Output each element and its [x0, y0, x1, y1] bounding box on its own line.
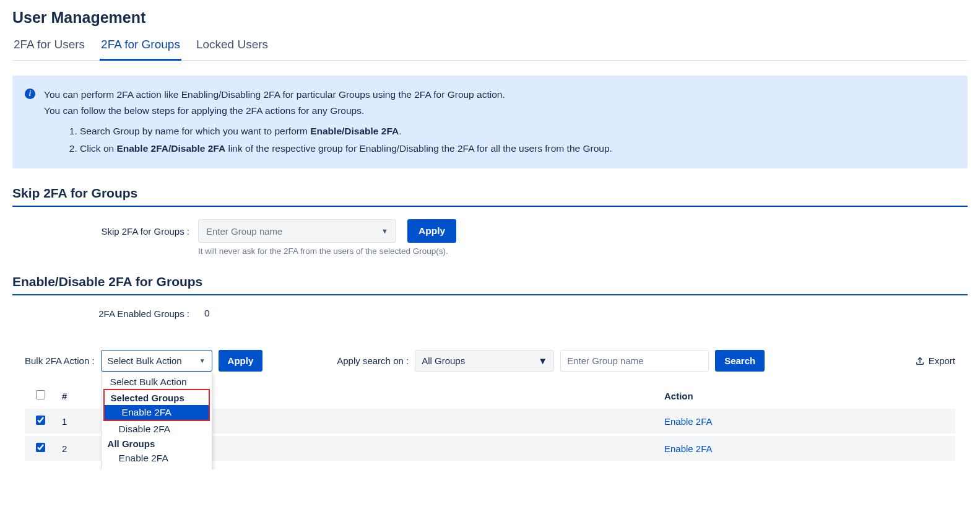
bulk-option-disable-all[interactable]: Disable 2FA — [102, 466, 212, 469]
search-on-select[interactable]: All Groups▼ — [415, 350, 554, 372]
tab-locked-users[interactable]: Locked Users — [195, 34, 269, 60]
info-step2: Click on Enable 2FA/Disable 2FA link of … — [80, 141, 612, 157]
tabs: 2FA for Users 2FA for Groups Locked User… — [12, 34, 968, 61]
skip-help-text: It will never ask for the 2FA from the u… — [12, 246, 968, 256]
search-on-label: Apply search on : — [337, 355, 409, 366]
bulk-option-default[interactable]: Select Bulk Action — [102, 375, 212, 390]
highlight-box: Selected Groups Enable 2FA — [103, 389, 210, 421]
info-line2: You can follow the below steps for apply… — [44, 103, 612, 119]
section-enable-heading: Enable/Disable 2FA for Groups — [12, 274, 968, 295]
bulk-group-selected: Selected Groups — [105, 391, 209, 405]
info-step1: Search Group by name for which you want … — [80, 123, 612, 139]
bulk-apply-button[interactable]: Apply — [219, 350, 263, 372]
section-skip-heading: Skip 2FA for Groups — [12, 186, 968, 207]
tab-2fa-users[interactable]: 2FA for Users — [12, 34, 86, 60]
bulk-option-disable-selected[interactable]: Disable 2FA — [102, 422, 212, 437]
enabled-count-label: 2FA Enabled Groups : — [85, 308, 198, 319]
info-line1: You can perform 2FA action like Enabling… — [44, 87, 612, 103]
skip-label: Skip 2FA for Groups : — [85, 226, 198, 237]
export-button[interactable]: Export — [915, 355, 955, 366]
info-panel: i You can perform 2FA action like Enabli… — [12, 76, 968, 168]
bulk-action-dropdown-menu: Select Bulk Action Selected Groups Enabl… — [101, 372, 212, 469]
bulk-group-all: All Groups — [102, 437, 212, 451]
row-checkbox[interactable] — [36, 443, 45, 452]
row-checkbox[interactable] — [36, 416, 45, 425]
export-icon — [915, 356, 925, 366]
info-icon: i — [25, 89, 35, 99]
col-action-header: Action — [658, 383, 955, 409]
chevron-down-icon: ▼ — [538, 355, 547, 366]
chevron-down-icon: ▼ — [199, 357, 206, 364]
bulk-option-enable-selected[interactable]: Enable 2FA — [105, 405, 209, 420]
chevron-down-icon: ▼ — [381, 227, 388, 235]
bulk-action-label: Bulk 2FA Action : — [25, 355, 95, 366]
skip-group-select[interactable]: Enter Group name▼ — [198, 219, 396, 243]
search-button[interactable]: Search — [715, 350, 765, 372]
bulk-option-enable-all[interactable]: Enable 2FA — [102, 451, 212, 466]
enabled-count-value: 0 — [204, 308, 210, 319]
select-all-checkbox[interactable] — [36, 390, 45, 399]
skip-apply-button[interactable]: Apply — [407, 219, 456, 243]
page-title: User Management — [12, 9, 968, 27]
group-search-input[interactable] — [560, 350, 709, 372]
bulk-action-select[interactable]: Select Bulk Action▼ Select Bulk Action S… — [101, 350, 212, 372]
row-action-link[interactable]: Enable 2FA — [664, 416, 713, 427]
tab-2fa-groups[interactable]: 2FA for Groups — [100, 34, 181, 61]
row-action-link[interactable]: Enable 2FA — [664, 443, 713, 454]
